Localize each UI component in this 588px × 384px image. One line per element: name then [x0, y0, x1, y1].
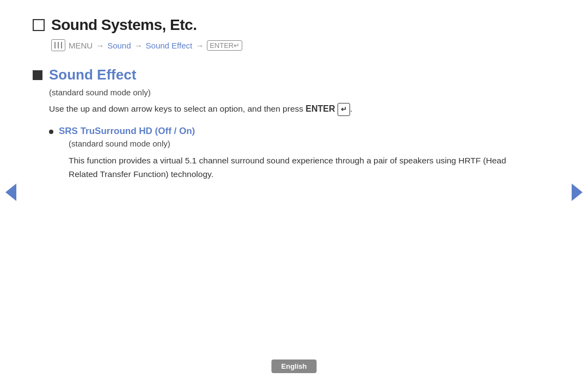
page-container: Sound Systems, Etc. MENU → Sound → Sound… — [0, 0, 588, 384]
breadcrumb-sound-link[interactable]: Sound — [107, 41, 131, 50]
breadcrumb-enter: ENTER↵ — [207, 40, 242, 51]
section-square-icon — [33, 70, 42, 80]
content-area: (standard sound mode only) Use the up an… — [49, 88, 555, 181]
description-text: This function provides a virtual 5.1 cha… — [69, 154, 515, 181]
breadcrumb-arrow-1: → — [96, 41, 104, 50]
breadcrumb-sound-effect-link[interactable]: Sound Effect — [146, 41, 193, 50]
bullet-item: SRS TruSurround HD (Off / On) (standard … — [49, 126, 555, 181]
enter-icon: ENTER↵ — [207, 40, 242, 51]
breadcrumb-menu-label: MENU — [69, 41, 93, 50]
breadcrumb: MENU → Sound → Sound Effect → ENTER↵ — [51, 39, 555, 51]
title-section: Sound Systems, Etc. — [33, 16, 555, 34]
nav-arrow-right[interactable] — [572, 184, 583, 201]
enter-inline-icon: ↵ — [338, 103, 350, 116]
menu-icon — [51, 39, 65, 51]
title-checkbox-icon — [33, 19, 45, 31]
bullet-content: SRS TruSurround HD (Off / On) (standard … — [59, 126, 515, 181]
sub-content: (standard sound mode only) This function… — [69, 139, 515, 181]
instruction-prefix: Use the up and down arrow keys to select… — [49, 104, 303, 113]
breadcrumb-arrow-3: → — [195, 41, 204, 50]
language-badge: English — [272, 359, 317, 373]
breadcrumb-arrow-2: → — [134, 41, 143, 50]
bullet-dot-icon — [49, 130, 53, 134]
instruction-text: Use the up and down arrow keys to select… — [49, 102, 555, 116]
page-title: Sound Systems, Etc. — [51, 16, 197, 34]
nav-arrow-left[interactable] — [5, 184, 16, 201]
sub-note: (standard sound mode only) — [69, 139, 515, 148]
section-subtitle: (standard sound mode only) — [49, 88, 555, 97]
section-header: Sound Effect — [33, 66, 555, 83]
instruction-enter-text: ENTER — [305, 104, 335, 113]
section-title: Sound Effect — [49, 66, 136, 83]
bullet-link[interactable]: SRS TruSurround HD (Off / On) — [59, 126, 195, 136]
